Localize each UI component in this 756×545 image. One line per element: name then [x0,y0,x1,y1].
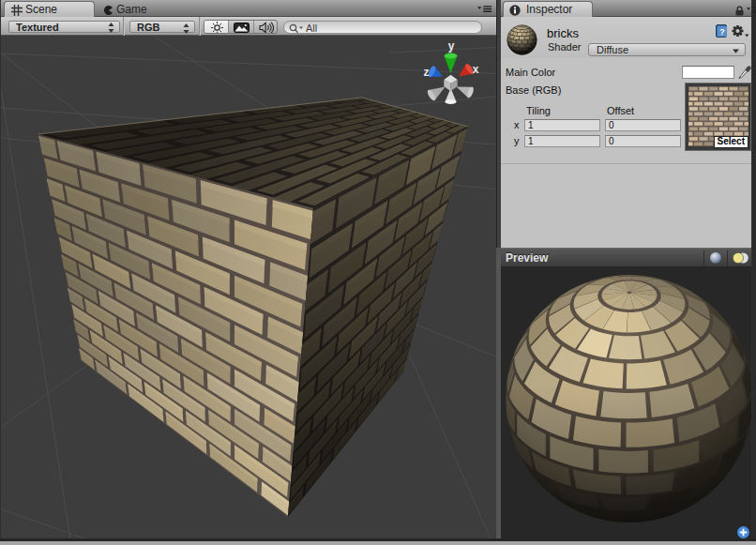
svg-text:y: y [448,39,455,53]
svg-text:z: z [424,66,430,79]
svg-text:?: ? [719,27,725,37]
svg-text:x: x [473,63,479,76]
